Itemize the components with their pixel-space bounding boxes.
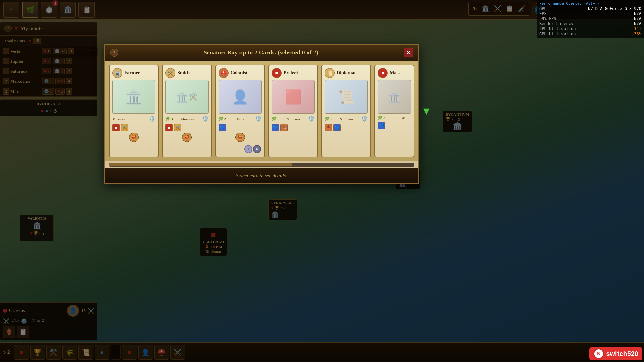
info-text: Select card to see details.	[236, 173, 287, 178]
perf-title: Performance Overlay (Alt+T)	[539, 1, 641, 6]
card-diplomat-footer: 🌿 1 Saturnus 🛡️	[325, 116, 368, 122]
modal-header: ? Senator: Buy up to 2 Cards. (selected …	[105, 45, 418, 61]
fps99-val: N/A	[634, 16, 641, 21]
card-prefect[interactable]: ■ Prefect 🟥 🌿 1 Saturnus 🛡️ 💙 🪶	[268, 65, 318, 157]
card-ma-title: Ma...	[390, 70, 400, 76]
card-smith-image: 🏛️⚒️	[165, 80, 208, 114]
card-prefect-cost: 🌿 1	[272, 117, 279, 121]
gpu-util-val: 36%	[634, 32, 641, 36]
card-farmer-image: 🏛️	[112, 80, 155, 114]
card-prefect-action-1: 💙	[272, 124, 279, 131]
fps99-label: 99% FPS	[539, 16, 556, 21]
card-smith-footer: 🌿 3 Minerva 🛡️	[165, 116, 208, 122]
card-ma-image: 🏛️	[378, 80, 411, 114]
render-val: N/A	[634, 21, 641, 26]
card-colonist[interactable]: ⛑️ Colonist 👤 1 6 🌿 2 Mars 🛡️ 💙 🏺	[215, 65, 265, 157]
card-farmer-action-1: ■	[112, 124, 120, 131]
card-colonist-bonus: 🏺	[219, 133, 262, 142]
gpu-label: GPU	[539, 6, 547, 11]
modal-close-button[interactable]: ✕	[404, 48, 413, 57]
card-farmer-title: Farmer	[124, 70, 140, 76]
card-farmer-bonus: 🏺	[112, 133, 155, 142]
senator-modal: ? Senator: Buy up to 2 Cards. (selected …	[104, 44, 419, 184]
card-colonist-owner: Mars	[236, 117, 244, 121]
nintendo-label: switch520	[606, 350, 638, 358]
info-bar: Select card to see details.	[105, 168, 418, 183]
perf-overlay: Performance Overlay (Alt+T) GPU NVIDIA G…	[537, 0, 644, 38]
card-farmer-action-2: ⚒️	[121, 124, 128, 131]
card-prefect-owner: Saturnus	[287, 117, 300, 121]
card-colonist-cost: 🌿 2	[219, 117, 226, 121]
card-diplomat-action-2: 💙	[333, 124, 341, 131]
render-label: Render Latency	[539, 21, 573, 26]
card-smith-action-1: ■	[165, 124, 173, 131]
card-ma-icon: ■	[378, 68, 388, 78]
card-diplomat-owner: Saturnus	[340, 117, 353, 121]
modal-help-button[interactable]: ?	[110, 49, 118, 57]
card-smith-action-2: ⚒️	[174, 124, 181, 131]
card-farmer-actions: ■ ⚒️	[112, 124, 155, 131]
card-ma-cost: 🌿 3	[378, 116, 385, 120]
card-prefect-icon: ■	[272, 68, 282, 78]
card-ma-footer: 🌿 3 Min...	[378, 116, 411, 120]
card-colonist-footer: 🌿 2 Mars 🛡️	[219, 116, 262, 122]
card-ma-actions: 💙	[378, 122, 411, 129]
card-diplomat-title: Diplomat	[337, 70, 356, 76]
cpu-val: 14%	[634, 26, 641, 31]
card-diplomat-cost: 🌿 1	[325, 117, 332, 121]
card-colonist-icon: ⛑️	[219, 68, 229, 78]
card-farmer[interactable]: 🏛️ Farmer 🏛️ Minerva 🛡️ ■ ⚒️ 🏺	[109, 65, 159, 157]
card-colonist-action-1: 💙	[219, 124, 226, 131]
nintendo-logo: N	[593, 348, 604, 359]
scroll-down-arrow[interactable]: ▼	[421, 105, 432, 117]
modal-title: Senator: Buy up to 2 Cards. (selected 0 …	[204, 49, 318, 56]
card-farmer-footer: Minerva 🛡️	[112, 116, 155, 122]
card-prefect-actions: 💙 🪶	[272, 124, 315, 131]
card-colonist-actions: 💙	[219, 124, 262, 131]
cpu-label: CPU Utilisation	[539, 26, 576, 31]
card-smith-bonus: 🏺	[165, 133, 208, 142]
card-farmer-icon: 🏛️	[112, 68, 122, 78]
card-prefect-title: Prefect	[284, 70, 298, 76]
gpu-name: NVIDIA GeForce GTX 970	[588, 6, 641, 11]
gpu-util-label: GPU Utilisation	[539, 32, 576, 36]
card-prefect-feather: 🪶	[280, 124, 288, 131]
fps-label: FPS	[539, 11, 547, 16]
card-ma-owner: Min...	[402, 116, 411, 120]
card-diplomat-actions: 🏺 💙	[325, 124, 368, 131]
card-prefect-image: 🟥	[272, 80, 315, 114]
card-ma-action-1: 💙	[378, 122, 385, 129]
scroll-bar[interactable]	[109, 163, 414, 167]
scroll-thumb	[109, 163, 292, 166]
card-ma[interactable]: ■ Ma... 🏛️ 🌿 3 Min... 💙	[374, 65, 414, 157]
card-smith-icon: ⚒️	[165, 68, 175, 78]
card-prefect-footer: 🌿 1 Saturnus 🛡️	[272, 116, 315, 122]
card-diplomat-image: 📜	[325, 80, 368, 114]
card-colonist-title: Colonist	[231, 70, 248, 76]
card-farmer-owner: Minerva	[112, 117, 125, 121]
card-smith-cost: 🌿 3	[165, 117, 173, 121]
card-diplomat-action-1: 🏺	[325, 124, 332, 131]
card-smith[interactable]: ⚒️ Smith 🏛️⚒️ 🌿 3 Minerva 🛡️ ■ ⚒️ 🏺	[162, 65, 212, 157]
card-smith-owner: Minerva	[181, 117, 194, 121]
card-smith-title: Smith	[177, 70, 190, 76]
card-colonist-image: 👤 1 6	[219, 80, 262, 114]
fps-val: N/A	[634, 11, 641, 16]
card-smith-actions: ■ ⚒️	[165, 124, 208, 131]
card-diplomat-icon: 📜	[325, 68, 335, 78]
card-diplomat[interactable]: 📜 Diplomat 📜 🌿 1 Saturnus 🛡️ 🏺 💙	[321, 65, 371, 157]
nintendo-badge: N switch520	[589, 347, 642, 360]
cards-area: 🏛️ Farmer 🏛️ Minerva 🛡️ ■ ⚒️ 🏺 ⚒️ Smit	[105, 61, 418, 161]
